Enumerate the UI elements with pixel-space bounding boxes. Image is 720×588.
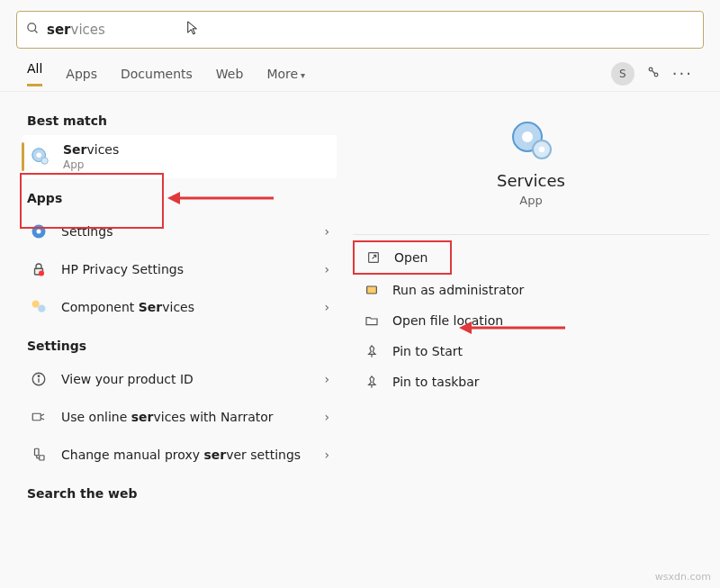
svg-point-12 — [32, 301, 40, 308]
svg-point-11 — [39, 271, 44, 276]
svg-rect-27 — [367, 286, 377, 294]
results-panel: Best match Services App Apps Settings › … — [22, 101, 337, 508]
chevron-right-icon: › — [324, 448, 329, 462]
best-match-item[interactable]: Services App — [22, 135, 337, 178]
best-match-subtitle: App — [63, 158, 119, 171]
svg-line-4 — [652, 71, 654, 74]
open-icon — [365, 249, 382, 266]
info-icon — [29, 369, 49, 389]
svg-point-2 — [649, 68, 652, 71]
svg-point-3 — [654, 73, 658, 77]
app-settings-row[interactable]: Settings › — [22, 213, 337, 250]
setting-proxy-row[interactable]: Change manual proxy server settings › — [22, 436, 337, 474]
shield-icon — [364, 282, 380, 298]
section-search-web: Search the web — [27, 486, 331, 501]
svg-point-7 — [41, 158, 48, 164]
svg-point-0 — [28, 23, 36, 31]
section-apps: Apps — [27, 191, 331, 205]
chevron-right-icon: › — [324, 262, 329, 276]
svg-rect-19 — [40, 456, 44, 460]
chevron-right-icon: › — [324, 224, 329, 239]
folder-icon — [364, 312, 380, 329]
tab-documents[interactable]: Documents — [121, 67, 193, 81]
detail-title: Services — [353, 171, 709, 190]
setting-product-id-row[interactable]: View your product ID › — [22, 360, 337, 398]
app-component-services-row[interactable]: Component Services › — [22, 288, 337, 326]
svg-point-9 — [37, 230, 41, 234]
tab-apps[interactable]: Apps — [66, 67, 97, 81]
svg-point-25 — [539, 147, 544, 152]
search-icon — [26, 22, 40, 39]
action-pin-start[interactable]: Pin to Start — [353, 336, 709, 366]
gear-icon — [31, 147, 50, 167]
proxy-icon — [29, 445, 49, 465]
services-hero-icon — [509, 119, 553, 162]
section-best-match: Best match — [27, 113, 331, 128]
action-pin-taskbar[interactable]: Pin to taskbar — [353, 366, 709, 397]
tab-more[interactable]: More — [266, 67, 305, 81]
action-file-location[interactable]: Open file location — [353, 305, 709, 336]
pin-icon — [364, 343, 380, 359]
svg-point-6 — [36, 152, 41, 158]
setting-narrator-row[interactable]: Use online services with Narrator › — [22, 398, 337, 436]
svg-point-16 — [38, 375, 40, 377]
action-run-admin[interactable]: Run as administrator — [353, 275, 709, 305]
svg-point-13 — [38, 305, 45, 312]
chevron-right-icon: › — [324, 300, 329, 314]
detail-subtitle: App — [353, 194, 709, 207]
section-settings: Settings — [27, 339, 331, 353]
options-icon[interactable] — [645, 64, 662, 83]
more-menu-icon[interactable]: ··· — [672, 64, 693, 83]
search-input[interactable]: services — [47, 22, 105, 38]
narrator-icon — [29, 407, 49, 427]
tab-all[interactable]: All — [27, 61, 42, 86]
svg-rect-18 — [35, 448, 40, 456]
svg-line-1 — [34, 30, 37, 32]
chevron-right-icon: › — [324, 410, 329, 424]
app-hp-privacy-row[interactable]: HP Privacy Settings › — [22, 250, 337, 288]
best-match-title: Services — [63, 142, 119, 157]
pin-icon — [364, 374, 380, 390]
settings-icon — [29, 222, 49, 241]
svg-point-23 — [522, 131, 533, 142]
watermark: wsxdn.com — [655, 571, 711, 583]
search-bar[interactable]: services — [16, 11, 704, 49]
svg-rect-17 — [32, 413, 40, 421]
detail-panel: Services App Open Run as administrator — [337, 101, 709, 508]
filter-tabs: All Apps Documents Web More S ··· — [0, 56, 720, 92]
component-services-icon — [29, 297, 49, 317]
user-avatar[interactable]: S — [611, 62, 634, 86]
tab-web[interactable]: Web — [216, 67, 244, 81]
chevron-right-icon: › — [324, 372, 329, 386]
cursor-icon — [186, 20, 199, 40]
action-open[interactable]: Open — [353, 240, 452, 275]
lock-icon — [29, 259, 49, 279]
